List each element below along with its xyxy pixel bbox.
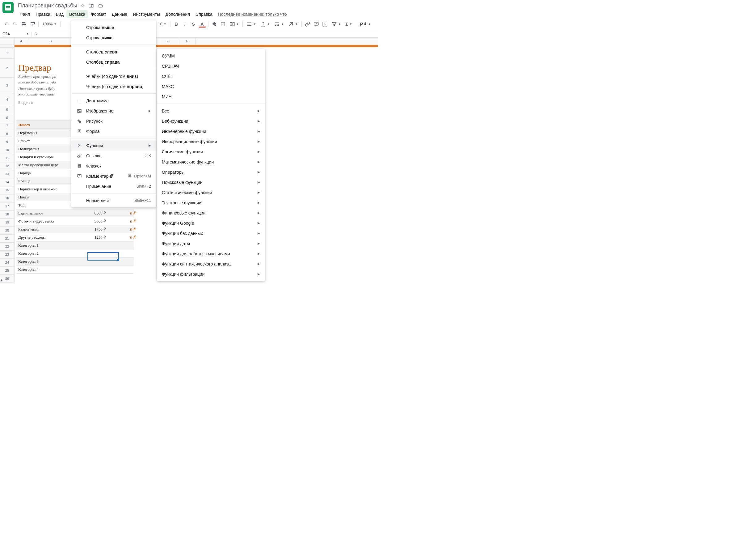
- redo-button[interactable]: ↷: [11, 20, 19, 28]
- mi-row-below[interactable]: Строка ниже: [71, 32, 156, 43]
- row-header[interactable]: 14: [0, 178, 14, 186]
- fn-category[interactable]: Функции даты▶: [157, 238, 265, 248]
- row-header[interactable]: 16: [0, 194, 14, 202]
- mi-link[interactable]: Ссылка⌘K: [71, 150, 156, 161]
- name-box[interactable]: C24▼: [0, 32, 32, 36]
- mi-new-sheet[interactable]: Новый листShift+F11: [71, 195, 156, 205]
- row-header[interactable]: 12: [0, 162, 14, 170]
- merge-button[interactable]: ▼: [228, 20, 241, 28]
- bold-button[interactable]: B: [172, 20, 180, 28]
- last-change-link[interactable]: Последнее изменение: только что: [215, 10, 290, 18]
- fn-category[interactable]: Логические функции▶: [157, 146, 265, 157]
- menu-file[interactable]: Файл: [17, 10, 33, 18]
- expand-arrow-icon[interactable]: [1, 279, 2, 282]
- row-header[interactable]: 25: [0, 267, 14, 275]
- row-header[interactable]: 24: [0, 259, 14, 267]
- functions-button[interactable]: Σ▼: [343, 20, 354, 28]
- strike-button[interactable]: S: [190, 20, 198, 28]
- mi-chart[interactable]: Диаграмма: [71, 95, 156, 106]
- menu-format[interactable]: Формат: [88, 10, 109, 18]
- table-row[interactable]: Развлечения1750 ₽0 ₽: [16, 225, 134, 233]
- comment-button[interactable]: [312, 20, 320, 28]
- col-header-B[interactable]: B: [28, 38, 73, 44]
- row-header[interactable]: 4: [0, 93, 14, 106]
- borders-button[interactable]: [219, 20, 227, 28]
- rotate-button[interactable]: ▼: [286, 20, 300, 28]
- fn-category[interactable]: Все▶: [157, 106, 265, 116]
- v-align-button[interactable]: ▼: [258, 20, 272, 28]
- fn-sum[interactable]: СУММ: [157, 51, 265, 61]
- undo-button[interactable]: ↶: [2, 20, 11, 28]
- filter-button[interactable]: ▼: [330, 20, 343, 28]
- table-row[interactable]: Еда и напитки8500 ₽0 ₽: [16, 209, 134, 217]
- cloud-status-icon[interactable]: [98, 3, 103, 9]
- italic-button[interactable]: I: [181, 20, 189, 28]
- row-header[interactable]: 8: [0, 130, 14, 138]
- fn-category[interactable]: Функции Google▶: [157, 218, 265, 228]
- font-size-select[interactable]: 10▼: [156, 20, 168, 28]
- table-row[interactable]: Категория 2: [16, 249, 134, 257]
- row-header[interactable]: 2: [0, 59, 14, 78]
- gemini-button[interactable]: P✦▼: [358, 20, 373, 28]
- fn-category[interactable]: Финансовые функции▶: [157, 208, 265, 218]
- fill-color-button[interactable]: [210, 20, 218, 28]
- row-header[interactable]: 20: [0, 226, 14, 234]
- fn-category[interactable]: Функции баз данных▶: [157, 228, 265, 238]
- row-header[interactable]: 13: [0, 170, 14, 178]
- menu-data[interactable]: Данные: [109, 10, 130, 18]
- menu-insert[interactable]: Вставка: [66, 10, 88, 18]
- row-header[interactable]: 3: [0, 78, 14, 93]
- table-row[interactable]: Фото- и видеосъемка3000 ₽0 ₽: [16, 217, 134, 225]
- mi-drawing[interactable]: Рисунок: [71, 116, 156, 126]
- menu-view[interactable]: Вид: [53, 10, 66, 18]
- menu-edit[interactable]: Правка: [33, 10, 53, 18]
- row-header[interactable]: 6: [0, 114, 14, 122]
- mi-checkbox[interactable]: Флажок: [71, 161, 156, 171]
- mi-col-right[interactable]: Столбец справа: [71, 57, 156, 67]
- fn-category[interactable]: Информационные функции▶: [157, 136, 265, 146]
- mi-note[interactable]: ПримечаниеShift+F2: [71, 181, 156, 191]
- fn-count[interactable]: СЧЁТ: [157, 71, 265, 81]
- row-header[interactable]: 18: [0, 210, 14, 218]
- row-header[interactable]: 19: [0, 218, 14, 226]
- row-header[interactable]: 17: [0, 202, 14, 210]
- row-header[interactable]: 11: [0, 154, 14, 162]
- wrap-button[interactable]: ▼: [272, 20, 286, 28]
- insert-chart-button[interactable]: [321, 20, 329, 28]
- table-row[interactable]: Категория 1: [16, 241, 134, 249]
- fn-avg[interactable]: СРЗНАЧ: [157, 61, 265, 71]
- fn-category[interactable]: Статистические функции▶: [157, 187, 265, 197]
- row-header[interactable]: 21: [0, 234, 14, 242]
- row-header[interactable]: 9: [0, 138, 14, 146]
- fn-category[interactable]: Инженерные функции▶: [157, 126, 265, 136]
- fn-category[interactable]: Функции фильтрации▶: [157, 269, 265, 279]
- sheets-logo[interactable]: [2, 2, 14, 13]
- fn-min[interactable]: МИН: [157, 91, 265, 102]
- table-row[interactable]: Другие расходы1250 ₽0 ₽: [16, 233, 134, 241]
- fn-category[interactable]: Функции для работы с массивами▶: [157, 248, 265, 259]
- mi-form[interactable]: Форма: [71, 126, 156, 136]
- star-icon[interactable]: ☆: [80, 3, 85, 9]
- fn-category[interactable]: Функции синтаксического анализа▶: [157, 259, 265, 269]
- select-all-corner[interactable]: [0, 38, 15, 44]
- paint-format-button[interactable]: [28, 20, 36, 28]
- mi-comment[interactable]: Комментарий⌘+Option+M: [71, 171, 156, 181]
- row-header[interactable]: 22: [0, 242, 14, 251]
- col-header-E[interactable]: E: [157, 38, 179, 44]
- table-row[interactable]: Категория 3: [16, 257, 134, 265]
- mi-image[interactable]: Изображение▶: [71, 106, 156, 116]
- fn-max[interactable]: МАКС: [157, 81, 265, 91]
- fn-category[interactable]: Текстовые функции▶: [157, 197, 265, 208]
- print-button[interactable]: [20, 20, 28, 28]
- fn-category[interactable]: Веб-функции▶: [157, 116, 265, 126]
- menu-tools[interactable]: Инструменты: [130, 10, 162, 18]
- menu-addons[interactable]: Дополнения: [163, 10, 193, 18]
- row-header[interactable]: 5: [0, 106, 14, 114]
- fn-category[interactable]: Поисковые функции▶: [157, 177, 265, 187]
- zoom-select[interactable]: 100%▼: [40, 20, 58, 28]
- doc-title[interactable]: Планировщик свадьбы: [18, 2, 77, 9]
- col-header-F[interactable]: F: [179, 38, 195, 44]
- fn-category[interactable]: Операторы▶: [157, 167, 265, 177]
- menu-help[interactable]: Справка: [193, 10, 215, 18]
- row-header[interactable]: 7: [0, 122, 14, 130]
